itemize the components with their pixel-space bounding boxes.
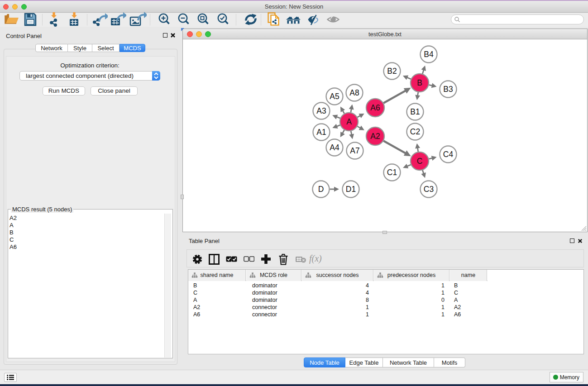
svg-text:A7: A7	[350, 146, 359, 155]
svg-text:D1: D1	[346, 185, 356, 194]
svg-text:C: C	[417, 157, 423, 166]
svg-text:A6: A6	[370, 103, 380, 112]
svg-text:A5: A5	[330, 92, 339, 101]
svg-text:C3: C3	[424, 185, 434, 194]
svg-text:A2: A2	[370, 132, 380, 141]
svg-text:B: B	[417, 78, 422, 87]
svg-text:A3: A3	[316, 106, 326, 115]
svg-text:A: A	[346, 117, 352, 126]
svg-text:B3: B3	[443, 85, 453, 94]
svg-text:C4: C4	[443, 150, 454, 159]
svg-text:B1: B1	[410, 107, 420, 116]
svg-text:C2: C2	[410, 127, 420, 136]
svg-text:A4: A4	[330, 143, 339, 152]
svg-text:D: D	[318, 185, 324, 194]
svg-text:C1: C1	[387, 168, 397, 177]
svg-text:A8: A8	[349, 88, 359, 97]
svg-text:B2: B2	[387, 67, 397, 76]
svg-text:B4: B4	[424, 50, 434, 59]
svg-text:A1: A1	[316, 128, 326, 137]
